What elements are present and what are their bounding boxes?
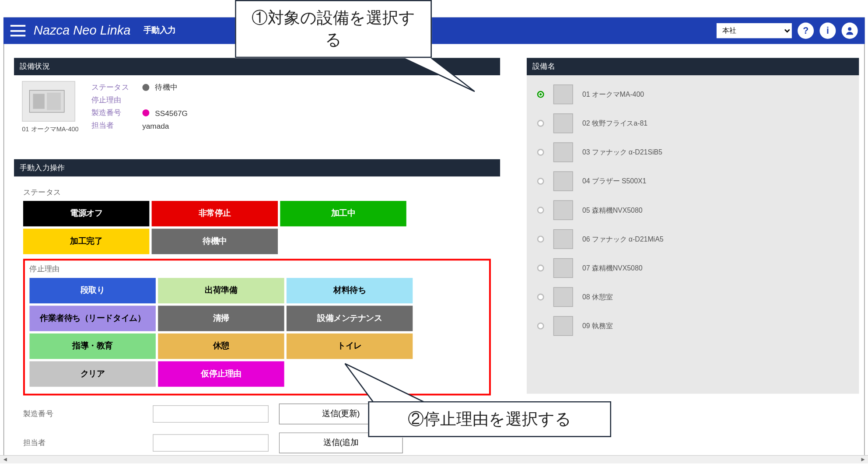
status-button[interactable]: 加工中 xyxy=(280,201,406,226)
reason-button[interactable]: 材料待ち xyxy=(287,278,413,303)
status-button[interactable]: 非常停止 xyxy=(152,201,278,226)
equipment-thumb xyxy=(553,142,573,162)
status-label: ステータス xyxy=(91,82,136,93)
machine-thumbnail xyxy=(22,81,75,122)
equipment-list-item[interactable]: 05 森精機NVX5080 xyxy=(527,196,859,224)
status-button[interactable]: 加工完了 xyxy=(23,229,149,254)
equipment-list: 01 オークマMA-40002 牧野フライスa-8103 ファナック α-D21… xyxy=(527,75,859,394)
menu-icon[interactable] xyxy=(10,25,25,36)
status-value: 待機中 xyxy=(155,82,178,93)
svg-rect-3 xyxy=(47,93,61,110)
equipment-thumb xyxy=(553,200,573,220)
status-dot-icon xyxy=(142,84,149,91)
status-button[interactable]: 待機中 xyxy=(152,229,278,254)
callout-step1: ①対象の設備を選択する xyxy=(235,0,432,58)
equipment-thumb xyxy=(553,229,573,249)
callout-step2: ②停止理由を選択する xyxy=(368,401,611,437)
equipment-thumb xyxy=(553,113,573,133)
horizontal-scrollbar[interactable]: ◄ ► xyxy=(0,455,868,463)
equipment-list-item[interactable]: 02 牧野フライスa-81 xyxy=(527,109,859,138)
radio-icon[interactable] xyxy=(537,294,544,301)
equipment-label: 03 ファナック α-D21SiB5 xyxy=(582,147,662,157)
reason-section-label: 停止理由 xyxy=(29,264,484,274)
equipment-list-item[interactable]: 08 休憩室 xyxy=(527,283,859,312)
equipment-label: 08 休憩室 xyxy=(582,292,613,302)
reason-button[interactable]: クリア xyxy=(29,361,155,387)
page-title: 手動入力 xyxy=(144,25,176,36)
radio-icon[interactable] xyxy=(537,265,544,272)
serial-dot-icon xyxy=(142,109,149,116)
equipment-thumb xyxy=(553,287,573,307)
reason-button[interactable]: 仮停止理由 xyxy=(158,361,284,387)
reason-button[interactable]: 休憩 xyxy=(158,333,284,359)
reason-button[interactable]: 指導・教育 xyxy=(29,333,155,359)
radio-icon[interactable] xyxy=(537,120,544,127)
equipment-list-header: 設備名 xyxy=(527,58,859,75)
person-input[interactable] xyxy=(153,434,269,452)
equipment-list-item[interactable]: 03 ファナック α-D21SiB5 xyxy=(527,138,859,167)
equipment-label: 04 ブラザー S500X1 xyxy=(582,176,646,186)
equipment-label: 01 オークマMA-400 xyxy=(582,89,644,99)
radio-icon[interactable] xyxy=(537,323,544,330)
equipment-list-item[interactable]: 09 執務室 xyxy=(527,312,859,340)
serial-form-label: 製造番号 xyxy=(23,409,68,419)
equipment-list-item[interactable]: 01 オークマMA-400 xyxy=(527,80,859,109)
equipment-list-item[interactable]: 07 森精機NVX5080 xyxy=(527,253,859,282)
radio-icon[interactable] xyxy=(537,91,544,98)
stop-reason-label: 停止理由 xyxy=(91,95,136,105)
status-section-label: ステータス xyxy=(23,187,491,197)
reason-button[interactable]: 作業者待ち（リードタイム） xyxy=(29,306,155,331)
equipment-label: 06 ファナック α-D21MiA5 xyxy=(582,234,664,244)
equipment-list-item[interactable]: 06 ファナック α-D21MiA5 xyxy=(527,224,859,253)
serial-value: SS4567G xyxy=(155,109,188,117)
status-button[interactable]: 電源オフ xyxy=(23,201,149,226)
person-label: 担当者 xyxy=(91,120,136,131)
reason-button[interactable]: 段取り xyxy=(29,278,155,303)
reason-button[interactable]: 設備メンテナンス xyxy=(287,306,413,331)
info-icon[interactable]: i xyxy=(819,23,836,39)
help-icon[interactable]: ? xyxy=(798,23,814,39)
equipment-label: 02 牧野フライスa-81 xyxy=(582,119,648,128)
serial-label: 製造番号 xyxy=(91,108,136,118)
reason-button[interactable]: 出荷準備 xyxy=(158,278,284,303)
machine-name: 01 オークマMA-400 xyxy=(22,125,78,134)
reason-button[interactable]: 清掃 xyxy=(158,306,284,331)
scroll-right-icon[interactable]: ► xyxy=(860,456,866,463)
svg-point-0 xyxy=(848,27,851,31)
scroll-left-icon[interactable]: ◄ xyxy=(2,456,8,463)
radio-icon[interactable] xyxy=(537,178,544,185)
equipment-thumb xyxy=(553,84,573,104)
equipment-label: 09 執務室 xyxy=(582,321,613,331)
brand-title: Nazca Neo Linka xyxy=(34,23,131,38)
equipment-thumb xyxy=(553,258,573,278)
equipment-thumb xyxy=(553,172,573,191)
radio-icon[interactable] xyxy=(537,149,544,156)
user-icon[interactable] xyxy=(842,23,858,39)
equipment-thumb xyxy=(553,316,573,336)
equipment-label: 07 森精機NVX5080 xyxy=(582,263,643,273)
person-value: yamada xyxy=(142,121,169,130)
radio-icon[interactable] xyxy=(537,207,544,214)
radio-icon[interactable] xyxy=(537,235,544,242)
equipment-list-item[interactable]: 04 ブラザー S500X1 xyxy=(527,167,859,196)
manual-input-header: 手動入力操作 xyxy=(14,159,500,177)
person-form-label: 担当者 xyxy=(23,438,68,448)
svg-rect-2 xyxy=(33,94,44,109)
equipment-label: 05 森精機NVX5080 xyxy=(582,205,643,215)
reason-button[interactable]: トイレ xyxy=(287,333,413,359)
location-select[interactable]: 本社 xyxy=(717,23,792,38)
serial-input[interactable] xyxy=(153,405,269,423)
